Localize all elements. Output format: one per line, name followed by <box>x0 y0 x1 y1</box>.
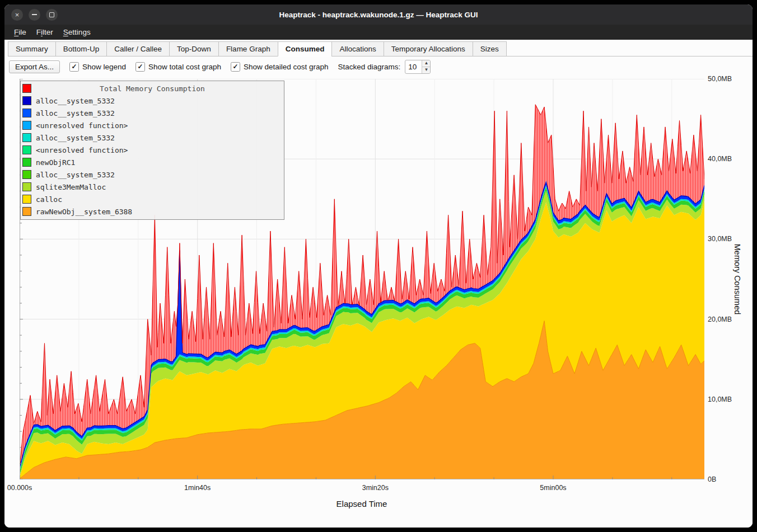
legend-swatch <box>22 207 31 216</box>
legend-label: rawNewObj__system_6388 <box>36 208 132 216</box>
legend-title-row: Total Memory Consumption <box>21 82 284 95</box>
memory-consumption-chart[interactable]: Total Memory Consumption alloc__system_5… <box>20 79 704 479</box>
toolbar: Export As... ✓Show legend✓Show total cos… <box>9 58 431 75</box>
legend-item: alloc__system_5332 <box>21 131 284 144</box>
checkbox-show-legend[interactable]: ✓Show legend <box>69 62 126 72</box>
tab-bar: SummaryBottom-UpCaller / CalleeTop-DownF… <box>8 41 753 57</box>
tab-sizes[interactable]: Sizes <box>473 41 507 57</box>
legend-item: alloc__system_5332 <box>21 95 284 107</box>
spinner-buttons: ▲ ▼ <box>422 60 430 73</box>
y-axis-title: Memory Consumed <box>733 244 742 315</box>
menu-settings[interactable]: Settings <box>58 26 96 39</box>
content: SummaryBottom-UpCaller / CalleeTop-DownF… <box>4 40 753 528</box>
menu-file[interactable]: File <box>9 26 31 39</box>
toolbar-checkboxes: ✓Show legend✓Show total cost graph✓Show … <box>69 62 329 72</box>
checkbox-show-total-cost-graph[interactable]: ✓Show total cost graph <box>135 62 221 72</box>
y-tick-label: 50,0MB <box>708 75 732 83</box>
legend-item: <unresolved function> <box>21 144 284 156</box>
legend-item: <unresolved function> <box>21 119 284 131</box>
checkbox-label: Show legend <box>82 63 126 71</box>
legend-item: alloc__system_5332 <box>21 107 284 119</box>
x-tick-label: 1min40s <box>184 484 211 492</box>
heaptrack-window: × Heaptrack - heaptrack.wakunode.1.gz — … <box>4 4 753 528</box>
checkbox-show-detailed-cost-graph[interactable]: ✓Show detailed cost graph <box>231 62 329 72</box>
legend-swatch <box>22 170 31 179</box>
legend-swatch <box>22 182 31 191</box>
spinner-down-icon[interactable]: ▼ <box>422 67 430 73</box>
tab-flame-graph[interactable]: Flame Graph <box>218 41 278 57</box>
checkbox-box[interactable]: ✓ <box>135 62 145 72</box>
stacked-diagrams-label: Stacked diagrams: <box>338 63 401 71</box>
checkbox-label: Show total cost graph <box>148 63 221 71</box>
tab-bottom-up[interactable]: Bottom-Up <box>55 41 107 57</box>
legend-item: alloc__system_5332 <box>21 168 284 181</box>
legend-swatch <box>22 109 31 117</box>
maximize-button[interactable] <box>46 9 58 21</box>
tab-summary[interactable]: Summary <box>8 41 55 57</box>
y-tick-label: 0B <box>708 475 716 483</box>
checkbox-box[interactable]: ✓ <box>69 62 79 72</box>
window-title: Heaptrack - heaptrack.wakunode.1.gz — He… <box>4 11 753 19</box>
checkbox-box[interactable]: ✓ <box>231 62 240 72</box>
legend-title: Total Memory Consumption <box>21 84 284 93</box>
window-controls: × <box>11 4 58 25</box>
maximize-icon <box>49 12 54 17</box>
tab-top-down[interactable]: Top-Down <box>169 41 218 57</box>
tab-consumed[interactable]: Consumed <box>278 41 332 57</box>
legend-label: alloc__system_5332 <box>36 97 115 105</box>
legend-label: alloc__system_5332 <box>36 109 115 117</box>
legend-label: alloc__system_5332 <box>36 171 115 179</box>
legend-item: sqlite3MemMalloc <box>21 181 284 193</box>
titlebar[interactable]: × Heaptrack - heaptrack.wakunode.1.gz — … <box>4 4 753 25</box>
legend-swatch <box>22 145 31 154</box>
legend-swatch <box>22 96 31 105</box>
legend-label: <unresolved function> <box>36 121 128 130</box>
minimize-icon <box>32 14 37 15</box>
minimize-button[interactable] <box>29 9 40 21</box>
checkbox-label: Show detailed cost graph <box>244 63 329 71</box>
legend-label: calloc <box>36 195 62 204</box>
stacked-diagrams-spinner[interactable]: 10 ▲ ▼ <box>405 60 431 74</box>
tab-caller-callee[interactable]: Caller / Callee <box>106 41 169 57</box>
legend-item: newObjRC1 <box>21 156 284 168</box>
desktop-background: × Heaptrack - heaptrack.wakunode.1.gz — … <box>0 0 757 532</box>
legend-swatch <box>22 195 31 204</box>
tab-temporary-allocations[interactable]: Temporary Allocations <box>384 41 473 57</box>
y-tick-label: 30,0MB <box>708 235 732 243</box>
legend-item: rawNewObj__system_6388 <box>21 205 284 218</box>
legend-total-swatch <box>22 84 31 93</box>
spinner-up-icon[interactable]: ▲ <box>422 60 430 67</box>
legend-swatch <box>22 133 31 142</box>
y-tick-label: 10,0MB <box>708 396 732 403</box>
x-axis-title: Elapsed Time <box>337 499 387 509</box>
chart-legend: Total Memory Consumption alloc__system_5… <box>20 81 284 220</box>
legend-label: alloc__system_5332 <box>36 134 115 142</box>
y-tick-label: 20,0MB <box>708 316 732 323</box>
x-tick-label: 5min00s <box>540 484 566 492</box>
legend-item: calloc <box>21 193 284 205</box>
legend-swatch <box>22 158 31 167</box>
legend-swatch <box>22 121 31 130</box>
close-button[interactable]: × <box>11 9 23 21</box>
menu-filter[interactable]: Filter <box>31 26 58 39</box>
y-tick-label: 40,0MB <box>708 155 732 163</box>
legend-label: <unresolved function> <box>36 146 128 154</box>
export-as-button[interactable]: Export As... <box>9 60 60 73</box>
legend-label: sqlite3MemMalloc <box>36 183 106 191</box>
stacked-diagrams-value[interactable]: 10 <box>405 60 422 73</box>
x-tick-label: 3min20s <box>362 484 389 492</box>
tab-allocations[interactable]: Allocations <box>331 41 383 57</box>
menubar: FileFilterSettings <box>4 25 753 40</box>
x-tick-label: 00.000s <box>7 484 32 492</box>
legend-label: newObjRC1 <box>36 158 75 167</box>
